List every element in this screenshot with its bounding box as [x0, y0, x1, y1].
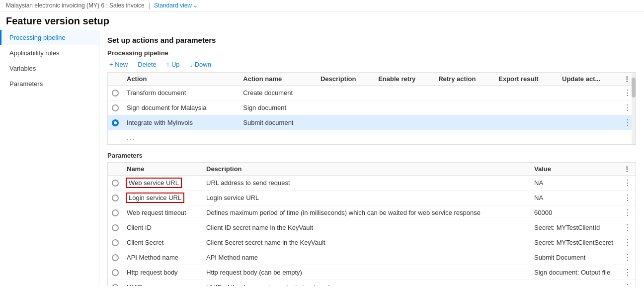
params-cell-description: Client ID secret name in the KeyVault: [202, 220, 530, 235]
pipeline-cell-action: Transform document: [123, 86, 239, 100]
main-content: Set up actions and parameters Processing…: [99, 30, 644, 286]
params-row-kebab[interactable]: ⋮: [620, 205, 636, 220]
params-row-kebab[interactable]: ⋮: [620, 280, 636, 287]
radio-icon: [112, 269, 119, 276]
params-row[interactable]: API Method nameAPI Method nameSubmit Doc…: [108, 250, 636, 265]
params-cell-value: Submit Document: [530, 250, 620, 265]
top-bar: Malaysian electronic invoicing (MY) 6 : …: [0, 0, 644, 11]
pipeline-toolbar: + New Delete ↑ Up ↓ Down: [107, 60, 636, 69]
pipeline-row-radio[interactable]: [108, 115, 123, 130]
pipeline-col-description: Description: [317, 73, 374, 86]
pipeline-subsection-title: Processing pipeline: [107, 49, 636, 57]
pipeline-row-radio[interactable]: [108, 100, 123, 115]
params-header-row: Name Description Value ⋮: [108, 163, 636, 176]
pipeline-cell-retry_action: [434, 100, 494, 115]
params-col-description: Description: [202, 163, 530, 176]
params-row-radio[interactable]: [108, 265, 123, 280]
params-subsection-title: Parameters: [107, 152, 636, 159]
page-title: Feature version setup: [0, 11, 644, 30]
params-cell-description: Login service URL: [202, 191, 530, 205]
delete-button[interactable]: Delete: [136, 60, 159, 69]
pipeline-cell-enable_retry: [374, 115, 434, 130]
params-cell-name: Client ID: [123, 220, 202, 235]
sidebar-item-variables[interactable]: Variables: [0, 61, 99, 76]
params-row[interactable]: Login service URLLogin service URLNA⋮: [108, 191, 636, 205]
params-col-value: Value: [530, 163, 620, 176]
params-row-radio[interactable]: [108, 205, 123, 220]
pipeline-row-radio[interactable]: [108, 130, 123, 144]
params-cell-description: UUID of the document or submission to ge…: [202, 280, 530, 287]
pipeline-col-action-name: Action name: [239, 73, 317, 86]
new-button[interactable]: + New: [107, 60, 130, 69]
params-col-more: ⋮: [620, 163, 636, 176]
params-row-kebab[interactable]: ⋮: [620, 176, 636, 191]
sidebar-item-parameters[interactable]: Parameters: [0, 76, 99, 92]
radio-icon: [112, 180, 119, 187]
params-cell-value: Secret: MYTestClientSecret: [530, 235, 620, 250]
params-row-radio[interactable]: [108, 235, 123, 250]
params-row-radio[interactable]: [108, 280, 123, 287]
down-button[interactable]: ↓ Down: [188, 60, 213, 69]
radio-icon: [112, 104, 119, 111]
radio-icon: [112, 90, 119, 97]
params-row-kebab[interactable]: ⋮: [620, 220, 636, 235]
pipeline-cell-retry_action: [434, 86, 494, 100]
params-row[interactable]: Http request bodyHttp request body (can …: [108, 265, 636, 280]
pipeline-cell-enable_retry: [374, 100, 434, 115]
params-cell-description: Http request body (can be empty): [202, 265, 530, 280]
params-row-kebab[interactable]: ⋮: [620, 265, 636, 280]
pipeline-cell-export_result: [494, 100, 558, 115]
params-row-kebab[interactable]: ⋮: [620, 250, 636, 265]
standard-view-button[interactable]: Standard view ⌄: [154, 2, 198, 9]
pipeline-col-action: Action: [123, 73, 239, 86]
pipeline-scrollbar-thumb[interactable]: [632, 78, 636, 97]
params-row-radio[interactable]: [108, 191, 123, 205]
pipeline-cell-export_result: [494, 86, 558, 100]
pipeline-cell-enable_retry: [374, 86, 434, 100]
params-cell-value: NA: [530, 191, 620, 205]
chevron-down-icon: ⌄: [193, 2, 198, 9]
pipeline-cell-description: [317, 115, 374, 130]
params-row-radio[interactable]: [108, 176, 123, 191]
pipeline-scrollbar[interactable]: [632, 73, 636, 144]
params-row[interactable]: Web service URLURL address to send reque…: [108, 176, 636, 191]
params-select-col: [108, 163, 123, 176]
pipeline-cell-description: [317, 100, 374, 115]
pipeline-col-export-result: Export result: [494, 73, 558, 86]
pipeline-row-radio[interactable]: [108, 86, 123, 100]
radio-icon: [112, 284, 119, 286]
pipeline-col-enable-retry: Enable retry: [374, 73, 434, 86]
params-row-radio[interactable]: [108, 220, 123, 235]
pipeline-select-col: [108, 73, 123, 86]
pipeline-row[interactable]: Integrate with MyInvoisSubmit document⋮: [108, 115, 636, 130]
radio-icon: [112, 239, 119, 246]
params-row[interactable]: Client IDClient ID secret name in the Ke…: [108, 220, 636, 235]
sidebar-item-applicability-rules[interactable]: Applicability rules: [0, 45, 99, 61]
params-section: Parameters Name Description Value ⋮ Web …: [107, 152, 636, 286]
pipeline-row[interactable]: Sign document for MalaysiaSign document⋮: [108, 100, 636, 115]
params-row-kebab[interactable]: ⋮: [620, 235, 636, 250]
params-cell-name: UUID: [123, 280, 202, 287]
pipeline-row[interactable]: Transform documentCreate document⋮: [108, 86, 636, 100]
params-row[interactable]: Client SecretClient Secret secret name i…: [108, 235, 636, 250]
pipeline-cell-action: Sign document for Malaysia: [123, 100, 239, 115]
sidebar-item-processing-pipeline[interactable]: Processing pipeline: [0, 30, 99, 45]
pipeline-cell-update_act: [558, 86, 620, 100]
up-button[interactable]: ↑ Up: [164, 60, 182, 69]
pipeline-cell-action_name: Sign document: [239, 100, 317, 115]
params-row[interactable]: Web request timeoutDefines maximum perio…: [108, 205, 636, 220]
radio-icon: [112, 209, 119, 216]
params-cell-value: [530, 280, 620, 287]
pipeline-cell-action: Integrate with MyInvois: [123, 115, 239, 130]
params-row[interactable]: UUIDUUID of the document or submission t…: [108, 280, 636, 287]
radio-icon: [112, 224, 119, 231]
params-cell-description: Client Secret secret name in the KeyVaul…: [202, 235, 530, 250]
params-cell-name: Client Secret: [123, 235, 202, 250]
pipeline-row[interactable]: ...: [108, 130, 636, 144]
pipeline-col-retry-action: Retry action: [434, 73, 494, 86]
params-row-kebab[interactable]: ⋮: [620, 191, 636, 205]
radio-icon: [112, 254, 119, 261]
pipeline-section: Processing pipeline + New Delete ↑ Up ↓ …: [107, 49, 636, 145]
params-row-radio[interactable]: [108, 250, 123, 265]
params-cell-description: API Method name: [202, 250, 530, 265]
